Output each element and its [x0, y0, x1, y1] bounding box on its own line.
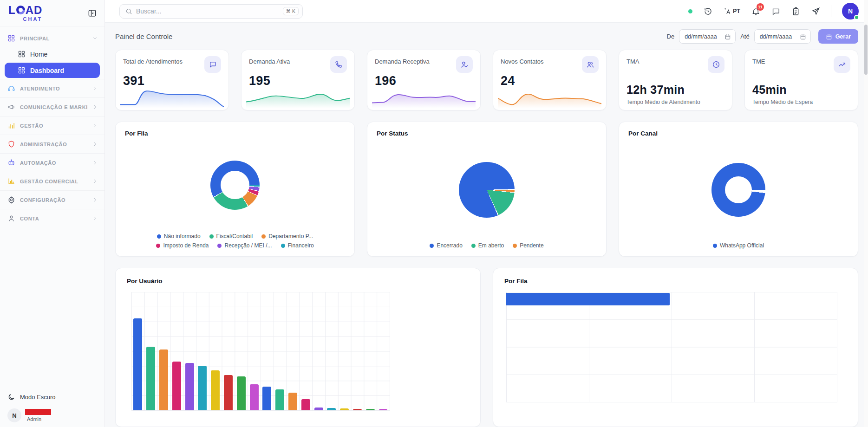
- profile-avatar[interactable]: N: [842, 3, 859, 19]
- messages-button[interactable]: [771, 6, 780, 16]
- brand-logo[interactable]: LAD CHAT: [8, 5, 42, 22]
- legend-dot: [430, 244, 434, 248]
- por-fila-hbar-chart[interactable]: [506, 292, 837, 402]
- por-status-pie-chart[interactable]: [459, 162, 515, 218]
- por-fila-donut-chart[interactable]: [210, 161, 260, 210]
- legend-item[interactable]: Pendente: [513, 242, 543, 249]
- legend-item[interactable]: Recepção / MEI /...: [217, 242, 272, 249]
- legend-item[interactable]: Departamento P...: [261, 233, 313, 239]
- sidebar-item-home[interactable]: Home: [0, 46, 104, 62]
- bar: [250, 384, 259, 410]
- user-role: Admin: [25, 416, 51, 422]
- sidebar-item-automa-o[interactable]: AUTOMAÇÃO: [0, 155, 104, 171]
- user-name-redacted: [25, 409, 51, 415]
- bar: [275, 389, 284, 410]
- sidebar-item-administra-o[interactable]: ADMINISTRAÇÃO: [0, 136, 104, 152]
- menu-divider: [0, 190, 104, 191]
- chart-card-por-fila: Por Fila Não informadoFiscal/ContabilDep…: [115, 122, 355, 257]
- generate-button[interactable]: Gerar: [818, 29, 858, 44]
- legend-item[interactable]: Fiscal/Contabil: [209, 233, 253, 239]
- sidebar-footer: Modo Escuro N Admin: [0, 389, 104, 422]
- legend-label: Fiscal/Contabil: [216, 233, 253, 239]
- chevright-icon: [92, 104, 98, 110]
- sidebar-item-gest-o-comercial[interactable]: GESTÃO COMERCIAL: [0, 173, 104, 189]
- chart-card-por-canal: Por Canal WhatsApp Official: [619, 122, 858, 257]
- dark-mode-toggle[interactable]: Modo Escuro: [7, 389, 97, 405]
- brand-name: LAD: [8, 5, 42, 16]
- bar: [198, 366, 207, 410]
- language-label: PT: [733, 8, 740, 14]
- history-button[interactable]: [703, 6, 712, 16]
- legend-label: Imposto de Renda: [163, 242, 209, 249]
- horizontal-bar: [506, 293, 670, 305]
- history-icon: [704, 7, 712, 16]
- menu-divider: [0, 153, 104, 154]
- stat-card-demanda-ativa: Demanda Ativa195: [241, 50, 355, 110]
- search-box[interactable]: ⌘ K: [119, 4, 303, 19]
- stat-card-tma: TMA12h 37minTempo Médio de Atendimento: [619, 50, 732, 110]
- bar: [353, 409, 362, 410]
- por-canal-donut-chart[interactable]: [711, 163, 765, 217]
- legend-item[interactable]: Em aberto: [471, 242, 504, 249]
- date-to-label: Até: [740, 33, 750, 40]
- bar: [159, 349, 168, 410]
- legend-label: Financeiro: [288, 242, 314, 249]
- sidebar-item-atendimento[interactable]: ATENDIMENTO: [0, 80, 104, 97]
- legend-label: Não informado: [164, 233, 201, 239]
- legend-item[interactable]: Financeiro: [281, 242, 314, 249]
- sidebar-item-conta[interactable]: CONTA: [0, 210, 104, 226]
- tasks-button[interactable]: [791, 6, 800, 16]
- notifications-button[interactable]: 11: [751, 6, 760, 16]
- shield-icon: [7, 140, 15, 148]
- legend-item[interactable]: WhatsApp Official: [713, 242, 764, 249]
- bars-icon: [7, 122, 15, 129]
- chat-icon: [209, 60, 217, 69]
- sidebar-item-gest-o[interactable]: GESTÃO: [0, 117, 104, 134]
- menu-divider: [0, 135, 104, 135]
- profile-initial: N: [848, 7, 853, 15]
- calendar-icon: [724, 33, 731, 40]
- legend-item[interactable]: Imposto de Renda: [156, 242, 209, 249]
- sidebar-item-dashboard[interactable]: Dashboard: [5, 63, 100, 78]
- bar: [340, 408, 349, 410]
- chart-legend: WhatsApp Official: [628, 242, 848, 251]
- bar: [301, 399, 310, 410]
- chevright-icon: [92, 178, 98, 184]
- stat-card-novos-contatos: Novos Contatos24: [493, 50, 607, 110]
- stat-cards-row: Total de Atendimentos391Demanda Ativa195…: [115, 50, 858, 110]
- stat-card-tme: TME45minTempo Médio de Espera: [744, 50, 858, 110]
- brand-subname: CHAT: [23, 17, 43, 22]
- headset-icon: [7, 84, 15, 92]
- legend-label: Recepção / MEI /...: [224, 242, 272, 249]
- presence-dot: [854, 15, 859, 20]
- date-from-input[interactable]: dd/mm/aaaa: [679, 29, 736, 44]
- page-scrollbar[interactable]: [864, 0, 868, 427]
- legend-dot: [209, 234, 214, 239]
- legend-item[interactable]: Encerrado: [430, 242, 462, 249]
- date-to-input[interactable]: dd/mm/aaaa: [754, 29, 811, 44]
- por-usuario-bar-chart[interactable]: [131, 292, 390, 411]
- sidebar-item-configura-o[interactable]: CONFIGURAÇÃO: [0, 192, 104, 208]
- stat-label: Total de Atendimentos: [123, 56, 183, 65]
- legend-dot: [713, 244, 717, 248]
- sidebar-user[interactable]: N Admin: [7, 405, 97, 422]
- sidebar-item-principal[interactable]: PRINCIPAL: [0, 30, 104, 46]
- sidebar-collapse-button[interactable]: [86, 7, 98, 19]
- legend-item[interactable]: Não informado: [157, 233, 201, 239]
- sidebar-menu: PRINCIPALHomeDashboardATENDIMENTOCOMUNIC…: [0, 26, 104, 226]
- legend-label: Departamento P...: [268, 233, 313, 239]
- stat-card-demanda-receptiva: Demanda Receptiva196: [367, 50, 481, 110]
- send-button[interactable]: [811, 6, 820, 16]
- menu-divider: [0, 97, 104, 98]
- sidebar-item-label: Home: [30, 51, 98, 58]
- sidebar-item-comunica-o-e-marketing[interactable]: COMUNICAÇÃO E MARKETING: [0, 99, 104, 115]
- search-input[interactable]: [136, 7, 279, 15]
- scrollbar-thumb[interactable]: [864, 25, 868, 75]
- language-button[interactable]: PT: [723, 7, 740, 15]
- chat-bubble-icon: [771, 7, 780, 16]
- chevright-icon: [92, 197, 98, 203]
- legend-dot: [156, 244, 160, 248]
- chart-legend: EncerradoEm abertoPendente: [377, 242, 597, 251]
- sidebar-item-label: CONTA: [20, 216, 87, 221]
- date-controls: De dd/mm/aaaa Até dd/mm/aaaa Gerar: [667, 29, 859, 44]
